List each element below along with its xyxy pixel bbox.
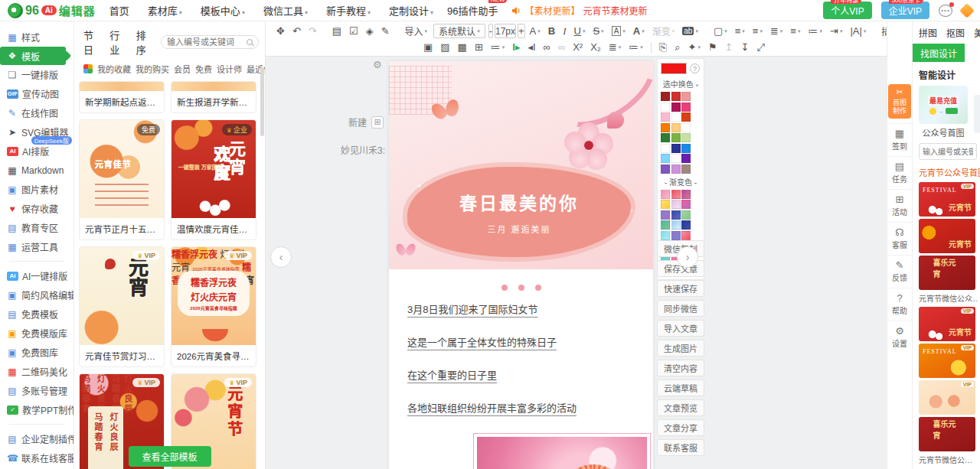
color-swatch[interactable] bbox=[671, 164, 681, 174]
color-swatch[interactable] bbox=[661, 123, 670, 132]
text-style-icon[interactable]: A▾ bbox=[630, 24, 648, 38]
filter-grid-icon[interactable] bbox=[83, 64, 93, 73]
template-search-input[interactable] bbox=[167, 37, 243, 47]
action-article-share[interactable]: 文章分享 bbox=[657, 419, 704, 436]
gradient-swatch[interactable] bbox=[661, 210, 670, 220]
sidebar-item-one-click-layout[interactable]: ❏ 一键排版 bbox=[0, 65, 74, 84]
font-size-value[interactable]: 17px bbox=[495, 24, 516, 38]
color-swatch[interactable] bbox=[661, 154, 670, 163]
template-card[interactable]: 新学期新起点返校开学第… bbox=[79, 81, 165, 113]
gear-icon[interactable]: ⚙ bbox=[373, 59, 382, 70]
enterprise-vip-button[interactable]: 500京东卡 企业VIP bbox=[881, 2, 929, 19]
align-center-icon[interactable]: ≡▾ bbox=[750, 24, 766, 38]
text-bg-color-icon[interactable]: A▾ bbox=[609, 24, 629, 38]
announcement[interactable]: 【素材更新】 元宵节素材更新 bbox=[511, 4, 647, 17]
rail-help[interactable]: ? 帮助 bbox=[887, 288, 912, 321]
subscript-icon[interactable]: X₂ bbox=[587, 40, 604, 54]
rp-tab-collage[interactable]: 拼图 bbox=[919, 26, 937, 39]
view-all-templates-button[interactable]: 查看全部模板 bbox=[128, 446, 211, 467]
template-card[interactable]: 新生报道开学新学期新生… bbox=[171, 81, 256, 113]
template-scrollbar[interactable] bbox=[260, 67, 264, 136]
color-swatch[interactable] bbox=[671, 133, 681, 142]
color-swatch[interactable] bbox=[681, 92, 691, 101]
template-search[interactable] bbox=[161, 35, 259, 49]
rp-tab-beautify[interactable]: 美化 bbox=[974, 26, 980, 39]
color-swatch[interactable] bbox=[661, 133, 670, 142]
sidebar-item-simple-style[interactable]: ▣ 简约风格编辑 bbox=[0, 285, 74, 305]
gradient-swatch[interactable] bbox=[671, 220, 681, 230]
select-tool-icon[interactable]: ✥ bbox=[273, 24, 288, 38]
gradient-swatch[interactable] bbox=[661, 231, 670, 240]
template-preview[interactable]: 喜乐元宵 bbox=[919, 256, 975, 290]
action-generate-image[interactable]: 生成图片 bbox=[657, 340, 704, 357]
fullscreen-icon[interactable]: ⤢ bbox=[753, 40, 767, 54]
comment-icon[interactable]: ⚑ bbox=[705, 40, 720, 54]
format-eraser-icon[interactable]: ◈ bbox=[363, 24, 377, 38]
proofread-icon[interactable]: ☑ bbox=[346, 24, 361, 38]
rail-feedback[interactable]: ✎ 反馈 bbox=[887, 255, 912, 288]
template-card[interactable]: ♛VIP 糯香浮元夜 灯火庆元宵 2026元宵美食寻味指南 糯香浮元夜灯火庆元宵… bbox=[171, 246, 256, 367]
paste-icon[interactable]: ⎘ bbox=[656, 40, 670, 54]
font-size-plus[interactable]: + bbox=[518, 24, 525, 38]
gradient-swatch[interactable] bbox=[661, 220, 670, 230]
action-sync-wechat[interactable]: 同步微信 bbox=[657, 300, 704, 317]
import-menu[interactable]: 导入▾ bbox=[402, 24, 431, 38]
color-swatch[interactable] bbox=[661, 92, 670, 101]
paragraph-spacing-icon[interactable]: ≔▾ bbox=[488, 40, 508, 54]
rail-settings[interactable]: ⚙ 设置 bbox=[887, 321, 912, 353]
nav-home[interactable]: 首页 bbox=[109, 3, 129, 18]
gradient-swatch[interactable] bbox=[671, 200, 681, 209]
text-direction-ltr-icon[interactable]: I▸ bbox=[509, 40, 523, 54]
nav-tutorials[interactable]: 新手教程▾ bbox=[326, 3, 371, 18]
sidebar-item-image-assets[interactable]: ▣ 图片素材 bbox=[0, 180, 74, 199]
gradient-swatch[interactable] bbox=[661, 190, 670, 199]
article-paragraph[interactable]: 各地妇联组织纷纷开展丰富多彩的活动 bbox=[407, 400, 635, 415]
unordered-list-icon[interactable]: ≔▾ bbox=[626, 40, 646, 54]
format-brush-icon[interactable]: ✎ bbox=[378, 24, 393, 38]
sidebar-item-education-zone[interactable]: ▤ 教育专区 bbox=[0, 218, 74, 237]
sidebar-item-saved-favorites[interactable]: ♥ 保存收藏 bbox=[0, 199, 74, 218]
gradient-swatch[interactable] bbox=[681, 231, 691, 240]
color-swatch[interactable] bbox=[661, 103, 670, 112]
link-icon[interactable]: ∞ bbox=[541, 40, 554, 54]
font-color-icon[interactable]: A▾ bbox=[527, 24, 544, 38]
template-card[interactable]: 免费 元宵佳节 元宵佳节 元宵佳节 元宵节正月十五模板 bbox=[79, 119, 165, 240]
article-paragraph[interactable]: 3月8日我们迎来了国际妇女节 bbox=[407, 301, 635, 316]
superscript-icon[interactable]: X² bbox=[570, 40, 586, 54]
tab-sort[interactable]: 排序 bbox=[136, 28, 150, 57]
undo-icon[interactable]: ↶ bbox=[289, 24, 304, 38]
gradient-icon[interactable]: 渐变▾ bbox=[649, 24, 678, 38]
align-left-icon[interactable]: ≡▾ bbox=[732, 24, 748, 38]
template-preview[interactable]: VIP FESTIVAL bbox=[919, 344, 975, 378]
rail-events[interactable]: ⊞ 活动 bbox=[887, 189, 912, 222]
color-swatch[interactable] bbox=[671, 92, 681, 101]
sidebar-item-markdown[interactable]: ▦ Markdown bbox=[0, 161, 74, 180]
gradient-swatch[interactable] bbox=[671, 231, 681, 240]
sidebar-item-ai-one-click[interactable]: Ai AI一键排版 bbox=[0, 266, 74, 285]
color-swatch[interactable] bbox=[661, 164, 670, 174]
sidebar-item-free-template-lib[interactable]: ▣ 免费模版库 bbox=[0, 324, 74, 343]
ordered-list-icon[interactable]: ≣▾ bbox=[606, 40, 624, 54]
template-preview[interactable]: 元宵节 bbox=[919, 219, 975, 253]
template-preview[interactable]: VIP FESTIVAL 元宵节 bbox=[919, 182, 975, 217]
color-swatch[interactable] bbox=[681, 103, 691, 112]
italic-icon[interactable]: I bbox=[560, 24, 569, 38]
action-article-preview[interactable]: 文章预览 bbox=[657, 399, 704, 416]
color-swatch[interactable] bbox=[671, 144, 681, 153]
indent-icon[interactable]: ⇥▾ bbox=[827, 24, 845, 38]
letter-spacing-icon[interactable]: |A|▾ bbox=[847, 24, 869, 38]
texture-icon[interactable]: ▩ bbox=[455, 40, 470, 54]
template-preview[interactable]: 喜乐元宵 bbox=[919, 417, 975, 451]
gradient-swatch[interactable] bbox=[671, 210, 681, 220]
color-swatch[interactable] bbox=[681, 123, 691, 132]
strikethrough-icon[interactable]: S▾ bbox=[590, 24, 606, 38]
bold-icon[interactable]: B bbox=[545, 24, 558, 38]
gem-icon[interactable] bbox=[959, 3, 975, 18]
unlink-icon[interactable]: ∞ bbox=[555, 40, 568, 54]
collapse-left-arrow[interactable]: ‹ bbox=[270, 246, 292, 268]
sidebar-item-templates[interactable]: ❖ 模板 bbox=[0, 47, 66, 65]
new-document-button[interactable]: ⊞ bbox=[371, 116, 384, 129]
template-preview[interactable]: VIP bbox=[919, 380, 975, 415]
underline-icon[interactable]: U▾ bbox=[571, 24, 589, 38]
filter-link[interactable]: 会员 bbox=[174, 63, 191, 75]
